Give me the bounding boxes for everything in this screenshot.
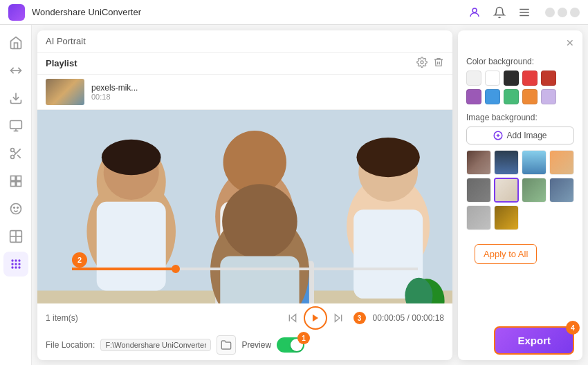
video-area: 2 <box>37 110 452 303</box>
swatch-blue[interactable] <box>485 89 500 104</box>
playlist-header: Playlist <box>37 53 452 75</box>
svg-point-31 <box>15 266 17 268</box>
apply-to-all-button[interactable]: Apply to All <box>475 244 537 264</box>
file-location-input[interactable] <box>100 339 211 351</box>
panel-header: AI Portrait <box>37 30 452 53</box>
video-preview: 2 <box>37 110 452 303</box>
add-image-button[interactable]: Add Image <box>466 127 574 144</box>
svg-marker-61 <box>335 315 340 322</box>
bg-thumb-4[interactable] <box>549 150 574 175</box>
sidebar-item-scissors[interactable] <box>3 141 28 166</box>
svg-point-20 <box>17 207 18 209</box>
app-title: Wondershare UniConverter <box>32 7 141 17</box>
timeline-thumb[interactable] <box>172 265 180 273</box>
notification-icon[interactable] <box>490 3 509 22</box>
timeline-bar[interactable] <box>72 268 418 270</box>
preview-toggle-container: 1 <box>277 337 304 353</box>
skip-forward-button[interactable] <box>331 311 345 325</box>
title-bar: Wondershare UniConverter <box>0 0 588 25</box>
bg-thumb-1[interactable] <box>466 150 491 175</box>
sidebar-item-face[interactable] <box>3 196 28 221</box>
svg-point-48 <box>222 184 297 259</box>
swatch-white[interactable] <box>485 71 500 86</box>
swatch-purple[interactable] <box>466 89 481 104</box>
image-bg-label: Image background: <box>458 110 582 127</box>
close-button[interactable]: ✕ <box>566 37 574 48</box>
swatch-orange[interactable] <box>522 89 538 104</box>
badge-2: 2 <box>72 252 87 268</box>
svg-point-19 <box>13 207 15 209</box>
color-swatches <box>458 71 582 110</box>
playlist-item[interactable]: pexels-mik... 00:18 <box>37 75 452 110</box>
sidebar-item-home[interactable] <box>3 30 28 55</box>
items-count: 1 item(s) <box>46 313 279 323</box>
controls-row: 1 item(s) <box>37 303 452 333</box>
close-window-button[interactable] <box>570 8 580 17</box>
folder-button[interactable] <box>217 335 236 355</box>
skip-back-button[interactable] <box>286 311 300 325</box>
svg-point-25 <box>15 259 17 261</box>
color-bg-label: Color background: <box>458 54 582 71</box>
swatch-light-purple[interactable] <box>541 89 556 104</box>
export-button[interactable]: Export <box>494 326 574 355</box>
ai-portrait-label: AI Portrait <box>46 36 86 46</box>
bg-thumb-6[interactable] <box>494 178 519 203</box>
app-logo <box>8 4 25 21</box>
svg-point-18 <box>10 204 21 214</box>
svg-point-32 <box>18 266 20 268</box>
svg-rect-6 <box>10 121 21 129</box>
bg-thumb-2[interactable] <box>494 150 519 175</box>
playlist-thumbnail <box>46 79 84 105</box>
preview-label: Preview <box>241 340 271 350</box>
maximize-button[interactable] <box>558 8 567 17</box>
svg-rect-14 <box>10 176 15 181</box>
bg-thumb-7[interactable] <box>522 178 546 203</box>
add-image-label: Add Image <box>506 131 546 140</box>
apply-btn-container: Apply to All <box>458 236 582 272</box>
svg-marker-60 <box>312 315 318 322</box>
sidebar-item-convert[interactable] <box>3 58 28 83</box>
sidebar-item-screen[interactable] <box>3 113 28 138</box>
user-icon[interactable] <box>465 3 484 22</box>
playlist-info: pexels-mik... 00:18 <box>91 83 444 101</box>
bg-thumb-9[interactable] <box>466 205 491 230</box>
sidebar-item-apps[interactable] <box>3 252 28 277</box>
svg-marker-58 <box>291 315 296 322</box>
swatch-dark[interactable] <box>504 71 519 86</box>
playlist-item-duration: 00:18 <box>91 93 444 101</box>
bg-thumb-10[interactable] <box>494 205 519 230</box>
bg-thumb-5[interactable] <box>466 178 491 203</box>
play-button[interactable] <box>304 306 327 330</box>
file-location-row: File Location: Preview 1 <box>37 333 452 360</box>
svg-point-27 <box>11 263 13 265</box>
playlist-item-name: pexels-mik... <box>91 83 444 93</box>
modal-container: AI Portrait Playlist <box>32 25 588 365</box>
swatch-light-gray[interactable] <box>466 71 481 86</box>
svg-line-13 <box>13 151 15 153</box>
swatch-dark-red[interactable] <box>541 71 556 86</box>
svg-point-0 <box>472 8 477 12</box>
badge-4: 4 <box>566 321 580 335</box>
playback-controls <box>286 306 345 330</box>
swatch-green[interactable] <box>504 89 519 104</box>
sidebar-item-watermark[interactable] <box>3 224 28 249</box>
swatch-red[interactable] <box>522 71 538 86</box>
left-panel: AI Portrait Playlist <box>37 30 452 360</box>
menu-icon[interactable] <box>515 3 534 22</box>
settings-icon[interactable] <box>416 57 428 70</box>
svg-point-29 <box>18 263 20 265</box>
bg-thumb-8[interactable] <box>549 178 574 203</box>
sidebar <box>0 25 32 365</box>
thumbnail-image <box>46 79 84 105</box>
right-panel-header: ✕ <box>458 30 582 54</box>
badge-3: 3 <box>353 312 366 324</box>
bg-thumb-3[interactable] <box>522 150 546 175</box>
minimize-button[interactable] <box>545 8 555 17</box>
sidebar-item-merge[interactable] <box>3 169 28 194</box>
trash-icon[interactable] <box>433 57 444 70</box>
svg-point-33 <box>421 61 423 64</box>
svg-point-9 <box>10 149 14 152</box>
time-display: 00:00:05 / 00:00:18 <box>373 313 444 323</box>
sidebar-item-download[interactable] <box>3 86 28 111</box>
svg-rect-15 <box>16 176 21 181</box>
